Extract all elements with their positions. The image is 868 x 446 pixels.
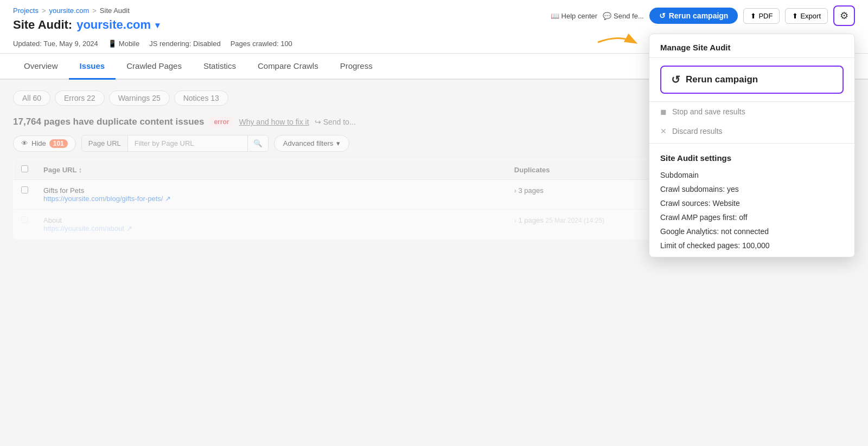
discard-results-item[interactable]: ✕ Discard results: [649, 121, 854, 141]
rerun-campaign-panel-button[interactable]: ↺ Rerun campaign: [660, 66, 844, 94]
filter-warnings[interactable]: Warnings 25: [109, 91, 170, 106]
page-name-1: Gifts for Pets: [43, 186, 499, 195]
upload-icon-2: ⬆: [792, 12, 798, 20]
chat-icon: 💬: [603, 12, 611, 20]
advanced-filters-button[interactable]: Advanced filters ▾: [274, 135, 350, 152]
issue-badge: error: [209, 117, 233, 127]
meta-domain: Updated: Tue, May 9, 2024: [13, 40, 98, 48]
rerun-campaign-button[interactable]: ↺ Rerun campaign: [649, 8, 738, 24]
page-title: Site Audit: yoursite.com ▾: [13, 18, 159, 32]
tab-progress[interactable]: Progress: [329, 54, 384, 80]
duplicates-count-1: 3 pages: [518, 186, 543, 195]
header-actions: 📖 Help center 💬 Send fe... ↺ Rerun campa…: [551, 5, 855, 26]
stop-icon: ◼: [660, 107, 667, 116]
meta-pages: Pages crawled: 100: [231, 40, 292, 48]
settings-row-4: Google Analytics: not connected: [660, 224, 844, 238]
pdf-button[interactable]: ⬆ PDF: [743, 8, 780, 24]
tab-crawled-pages[interactable]: Crawled Pages: [116, 54, 193, 80]
why-fix-link[interactable]: Why and how to fix it: [239, 118, 309, 126]
rerun-icon-large: ↺: [671, 73, 680, 86]
page-url-filter: Page URL 🔍: [81, 135, 269, 152]
manage-site-audit-panel: Manage Site Audit ↺ Rerun campaign ◼ Sto…: [649, 34, 855, 257]
issue-title: 17,764 pages have duplicate content issu…: [13, 117, 204, 127]
search-button[interactable]: 🔍: [247, 135, 268, 151]
x-icon: ✕: [660, 127, 667, 135]
eye-icon: 👁: [21, 139, 28, 147]
select-all-checkbox[interactable]: [21, 165, 28, 172]
duplicates-count-2: 1 pages: [518, 216, 543, 224]
stop-save-item[interactable]: ◼ Stop and save results: [649, 102, 854, 121]
domain-chevron-icon[interactable]: ▾: [155, 20, 159, 30]
send-feedback-link[interactable]: 💬 Send fe...: [603, 12, 644, 20]
date-col-2: 25 Mar 2024 (14:25): [545, 217, 604, 224]
chevron-down-icon: ▾: [336, 139, 340, 147]
settings-row-3: Crawl AMP pages first: off: [660, 210, 844, 224]
page-url-label: Page URL: [82, 135, 128, 151]
tab-issues[interactable]: Issues: [69, 54, 116, 80]
sort-icon: ↕: [79, 166, 82, 174]
meta-device: 📱 Mobile: [108, 40, 139, 48]
share-icon: ↪: [315, 118, 321, 126]
settings-title: Site Audit settings: [660, 153, 844, 163]
export-button[interactable]: ⬆ Export: [785, 8, 828, 24]
rerun-section: ↺ Rerun campaign: [649, 58, 854, 102]
send-to-button[interactable]: ↪ Send to...: [315, 118, 356, 126]
col-page-url[interactable]: Page URL ↕: [36, 160, 507, 180]
settings-row-5: Limit of checked pages: 100,000: [660, 238, 844, 253]
row-checkbox-1[interactable]: [21, 186, 28, 193]
filter-all[interactable]: All 60: [13, 91, 50, 106]
expand-icon-1[interactable]: ›: [514, 187, 516, 195]
panel-divider: [649, 143, 854, 144]
rerun-icon: ↺: [659, 11, 666, 20]
page-name-2: About: [43, 216, 499, 224]
settings-row-1: Crawl subdomains: yes: [660, 182, 844, 196]
row-checkbox-2[interactable]: [21, 216, 28, 223]
page-url-link-2[interactable]: https://yoursite.com/about ↗: [43, 224, 499, 232]
settings-row-2: Crawl sources: Website: [660, 196, 844, 210]
tab-statistics[interactable]: Statistics: [193, 54, 247, 80]
meta-js: JS rendering: Disabled: [149, 40, 221, 48]
external-link-icon-2: ↗: [126, 224, 132, 232]
hide-count-badge: 101: [49, 139, 68, 148]
settings-section: Site Audit settings Subdomain Crawl subd…: [649, 146, 854, 257]
hide-button[interactable]: 👁 Hide 101: [13, 135, 76, 152]
settings-row-0: Subdomain: [660, 168, 844, 182]
filter-errors[interactable]: Errors 22: [55, 91, 105, 106]
mobile-icon: 📱: [108, 40, 117, 48]
panel-header: Manage Site Audit: [649, 34, 854, 58]
page-url-input[interactable]: [128, 135, 247, 151]
upload-icon: ⬆: [750, 12, 756, 20]
external-link-icon: ↗: [165, 195, 171, 203]
book-icon: 📖: [551, 12, 559, 20]
help-center-link[interactable]: 📖 Help center: [551, 12, 597, 20]
tab-overview[interactable]: Overview: [13, 54, 69, 80]
filter-notices[interactable]: Notices 13: [174, 91, 228, 106]
tab-compare-crawls[interactable]: Compare Crawls: [247, 54, 329, 80]
col-checkbox: [14, 160, 36, 180]
page-url-link-1[interactable]: https://yoursite.com/blog/gifts-for-pets…: [43, 195, 499, 203]
settings-button[interactable]: ⚙: [833, 5, 855, 26]
expand-icon-2: ›: [514, 217, 516, 224]
